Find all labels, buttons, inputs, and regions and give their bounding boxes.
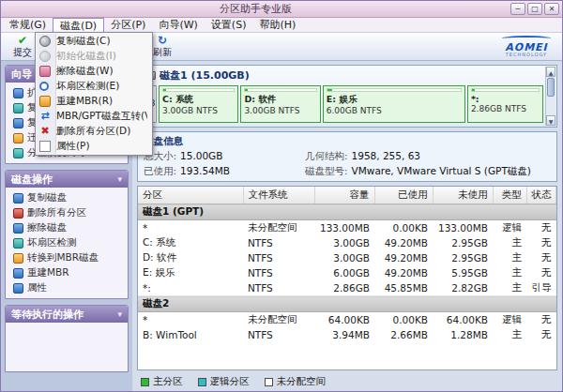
partition-block-d[interactable]: D: 软件 3.00GB NTFS: [240, 85, 320, 123]
delete-partitions-icon: [13, 208, 23, 219]
table-row[interactable]: *: NTFS 2.86GB 45.85MB 2.82GB 主 引导: [138, 280, 556, 296]
menu-item-initialize-disk[interactable]: 初始化磁盘(I): [37, 49, 151, 64]
col-partition[interactable]: 分区: [138, 187, 243, 204]
pending-operations-panel-header[interactable]: 等待执行的操作 ▾: [6, 306, 128, 323]
cell: 2.82GB: [433, 280, 493, 296]
sidebar-item-properties[interactable]: 属性: [8, 280, 126, 295]
partition-block-e[interactable]: E: 娱乐 6.00GB NTFS: [323, 85, 465, 123]
cell: 45.85MB: [374, 280, 433, 296]
cell: 3.00GB: [314, 250, 374, 265]
sidebar-item-wipe-disk[interactable]: 擦除磁盘: [8, 220, 126, 235]
minimize-button[interactable]: ─: [510, 3, 525, 15]
disk-operations-panel: 磁盘操作 ▾ 复制磁盘 删除所有分区 擦除磁盘: [5, 170, 129, 299]
col-filesystem[interactable]: 文件系统: [243, 187, 314, 204]
menu-general[interactable]: 常规(G): [3, 18, 53, 32]
pending-operations-panel-title: 等待执行的操作: [11, 308, 84, 322]
cell: 未分配空间: [243, 220, 314, 236]
menu-partition[interactable]: 分区(P): [104, 18, 152, 32]
col-used[interactable]: 已使用: [374, 187, 433, 204]
disk-operations-panel-header[interactable]: 磁盘操作 ▾: [6, 171, 128, 188]
disk-used: 已使用:193.54MB: [144, 165, 305, 178]
logo-subtext: TECHNOLOGY: [502, 53, 551, 57]
menu-wizard[interactable]: 向导(W): [152, 18, 204, 32]
disk-total-size: 总大小:15.00GB: [144, 150, 305, 163]
cell: 2.95GB: [433, 250, 493, 265]
disk1-group-row[interactable]: 磁盘1 (GPT): [138, 204, 556, 220]
wizards-panel-title: 向导: [11, 68, 32, 82]
col-unused[interactable]: 未使用: [433, 187, 493, 204]
col-status[interactable]: 状态: [526, 187, 556, 204]
used-gauge: [471, 88, 540, 92]
menu-item-rebuild-mbr[interactable]: 重建MBR(R): [37, 94, 151, 109]
disk-operations-panel-title: 磁盘操作: [11, 173, 53, 187]
table-row[interactable]: C: 系统 NTFS 3.00GB 49.20MB 2.95GB 主 无: [138, 235, 556, 250]
cell: 2.66MB: [374, 327, 433, 342]
cell: 49.20MB: [374, 265, 433, 280]
sidebar-item-rebuild-mbr[interactable]: 重建MBR: [8, 265, 126, 280]
menu-item-delete-all-partitions[interactable]: ✖ 删除所有分区(D): [37, 124, 151, 139]
collapse-icon: ▾: [117, 174, 122, 184]
title-bar[interactable]: 分区助手专业版 ─ □ ✕: [1, 1, 562, 18]
scrollbar-thumb[interactable]: [547, 78, 555, 97]
cell: 3.94MB: [314, 327, 374, 342]
disk-area-scrollbar[interactable]: ▲ ▼: [545, 67, 555, 126]
scroll-up-icon[interactable]: ▲: [546, 67, 555, 77]
cell: 无: [526, 265, 556, 280]
extend-partition-wizard-icon: [13, 88, 23, 98]
sidebar-item-copy-disk[interactable]: 复制磁盘: [8, 190, 126, 205]
surface-test-icon: [39, 82, 49, 91]
used-gauge: [162, 88, 235, 92]
menu-item-convert-mbr-gpt[interactable]: ⇄ MBR/GPT磁盘互转(V): [37, 109, 151, 124]
table-row[interactable]: * 未分配空间 133.00MB 0.00KB 133.00MB 逻辑 无: [138, 220, 556, 236]
wipe-disk-icon: [13, 223, 23, 234]
col-capacity[interactable]: 容量: [314, 187, 374, 204]
cell: 无: [526, 312, 556, 328]
sidebar-item-convert-to-mbr[interactable]: 转换到MBR磁盘: [8, 250, 126, 265]
pending-operations-panel: 等待执行的操作 ▾: [5, 305, 129, 372]
sidebar-item-delete-all-partitions[interactable]: 删除所有分区: [8, 205, 126, 220]
unallocated-space-swatch: [265, 378, 273, 386]
cell: 133.00MB: [433, 220, 493, 236]
legend: 主分区 逻辑分区 未分配空间: [137, 374, 557, 389]
scroll-down-icon[interactable]: ▼: [546, 115, 555, 126]
properties-icon: [13, 283, 23, 294]
cell: 0.00KB: [374, 220, 433, 236]
maximize-button[interactable]: □: [527, 3, 542, 15]
menu-disk[interactable]: 磁盘(D): [53, 18, 104, 32]
submit-label: 提交: [13, 46, 32, 59]
window-controls: ─ □ ✕: [510, 3, 559, 15]
cell: 主: [493, 235, 526, 250]
sidebar-item-bad-sector-test[interactable]: 坏扇区检测: [8, 235, 126, 250]
properties-icon: [39, 141, 51, 152]
cell: 3.00GB: [314, 235, 374, 250]
menu-item-surface-test[interactable]: 坏扇区检测(E): [37, 79, 151, 94]
cell: 2.95GB: [433, 235, 493, 250]
collapse-icon: ▾: [117, 309, 122, 319]
table-row[interactable]: E: 娱乐 NTFS 6.00GB 49.20MB 5.95GB 主 无: [138, 265, 556, 280]
table-row[interactable]: D: 软件 NTFS 3.00GB 49.20MB 2.95GB 主 无: [138, 250, 556, 265]
menu-item-copy-disk[interactable]: 复制磁盘(C): [37, 34, 151, 49]
menu-item-wipe-disk[interactable]: 擦除磁盘(W): [37, 64, 151, 79]
partition-block-star[interactable]: *: 2.86GB NTFS: [467, 85, 543, 123]
pending-operations-list: [6, 323, 128, 371]
cell: 5.95GB: [433, 265, 493, 280]
table-row[interactable]: B: WimTool NTFS 3.94MB 2.66MB 1.28MB 主 无: [138, 327, 556, 342]
col-type[interactable]: 类型: [493, 187, 526, 204]
close-button[interactable]: ✕: [544, 3, 559, 15]
cell: 无: [526, 250, 556, 265]
disk1-title: 磁盘1 (15.00GB): [160, 68, 250, 83]
disk2-group-row[interactable]: 磁盘2: [138, 296, 556, 312]
partition-block-c[interactable]: C: 系统 3.00GB NTFS: [159, 85, 238, 123]
menu-item-properties[interactable]: 属性(P): [37, 139, 151, 154]
legend-primary: 主分区: [141, 375, 183, 388]
disk-menu-dropdown: 复制磁盘(C) 初始化磁盘(I) 擦除磁盘(W) 坏扇区检测(E) 重建MBR(…: [35, 32, 153, 156]
cell: 6.00GB: [314, 265, 374, 280]
cell: 无: [526, 327, 556, 342]
cell: NTFS: [243, 280, 314, 296]
disk-model: 磁盘型号:VMware, VMware Virtual S (GPT磁盘): [305, 165, 551, 178]
table-row[interactable]: * 未分配空间 64.00KB 0.00KB 64.00KB 逻辑 无: [138, 312, 556, 328]
cell: NTFS: [243, 265, 314, 280]
menu-help[interactable]: 帮助(H): [252, 18, 302, 32]
disk-geometry: 几何结构:1958, 255, 63: [305, 150, 551, 163]
menu-settings[interactable]: 设置(S): [205, 18, 253, 32]
